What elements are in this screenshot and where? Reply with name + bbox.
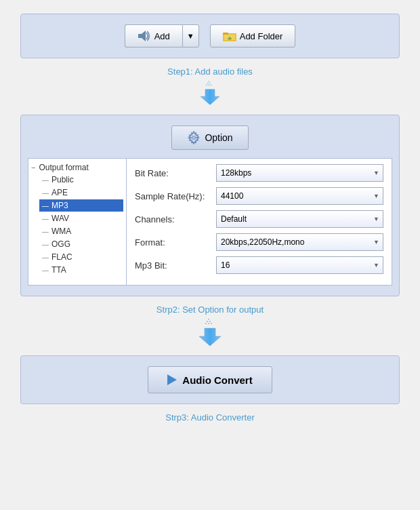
bit-rate-row: Bit Rate: 128kbps 64kbps 96kbps 192kbps …: [135, 164, 383, 182]
step1-label: Step1: Add audio files: [20, 66, 400, 77]
folder-icon: [223, 31, 236, 41]
tree-ape-label: APE: [51, 188, 68, 197]
svg-rect-10: [206, 85, 207, 86]
channels-row: Channels: Default Mono Stereo: [135, 210, 383, 228]
add-label: Add: [154, 31, 170, 41]
settings-panel: Bit Rate: 128kbps 64kbps 96kbps 192kbps …: [127, 159, 392, 285]
tree-wav-label: WAV: [51, 214, 69, 223]
svg-rect-11: [208, 85, 209, 86]
svg-rect-18: [209, 321, 211, 322]
convert-button[interactable]: Audio Convert: [148, 366, 272, 393]
mp3bit-select-wrapper: 16 8 24 32: [216, 256, 383, 274]
option-section: Option − Output format Public APE MP3: [20, 115, 400, 296]
add-files-section: Add ▼ Add Folder: [20, 14, 400, 58]
svg-rect-0: [138, 34, 142, 38]
svg-rect-17: [207, 321, 208, 322]
svg-rect-20: [208, 323, 209, 324]
tree-root: − Output format: [31, 163, 123, 172]
svg-marker-13: [201, 90, 219, 105]
tree-ogg-label: OGG: [51, 239, 70, 249]
svg-rect-8: [207, 83, 209, 84]
bit-rate-label: Bit Rate:: [135, 168, 216, 178]
tree-children: Public APE MP3 WAV WMA OGG FLAC: [39, 174, 123, 276]
dropdown-arrow-icon: ▼: [187, 32, 194, 40]
format-row: Format: 20kbps,22050Hz,mono 128kbps,4410…: [135, 233, 383, 251]
option-label: Option: [205, 132, 232, 143]
sample-rate-label: Sample Rate(Hz):: [135, 191, 216, 201]
sample-rate-row: Sample Rate(Hz): 44100 8000 11025 22050 …: [135, 187, 383, 205]
minus-icon: −: [31, 163, 35, 172]
mp3bit-select[interactable]: 16 8 24 32: [216, 256, 383, 274]
sample-rate-select-wrapper: 44100 8000 11025 22050 48000: [216, 187, 383, 205]
tree-item-tta[interactable]: TTA: [39, 264, 123, 276]
svg-rect-16: [208, 319, 209, 320]
svg-rect-19: [205, 323, 207, 324]
add-dropdown-button[interactable]: ▼: [182, 24, 199, 47]
mp3bit-label: Mp3 Bit:: [135, 260, 216, 271]
step3-label: Strp3: Audio Converter: [20, 412, 400, 423]
svg-rect-21: [211, 323, 212, 324]
tree-item-wma[interactable]: WMA: [39, 225, 123, 237]
tree-item-ape[interactable]: APE: [39, 187, 123, 199]
tree-flac-label: FLAC: [51, 252, 72, 262]
tree-root-label: Output format: [39, 163, 88, 172]
convert-section: Audio Convert: [20, 355, 400, 404]
svg-rect-9: [209, 83, 211, 84]
bit-rate-select-wrapper: 128kbps 64kbps 96kbps 192kbps 256kbps 32…: [216, 164, 383, 182]
add-buttons-container: Add ▼ Add Folder: [31, 24, 389, 47]
svg-point-15: [192, 136, 196, 140]
add-folder-button[interactable]: Add Folder: [210, 24, 296, 47]
tree-item-public[interactable]: Public: [39, 174, 123, 186]
step2-label: Strp2: Set Option for output: [20, 305, 400, 315]
svg-marker-22: [199, 328, 221, 346]
format-select-wrapper: 20kbps,22050Hz,mono 128kbps,44100Hz,ster…: [216, 233, 383, 251]
option-body: − Output format Public APE MP3 WAV WMA: [28, 158, 392, 286]
tree-wma-label: WMA: [51, 227, 71, 236]
option-button[interactable]: Option: [171, 125, 248, 150]
arrow1-down-icon: [201, 81, 219, 105]
svg-rect-3: [223, 33, 228, 35]
arrow2-down-icon: [199, 319, 221, 346]
format-label: Format:: [135, 237, 216, 248]
gear-icon: [187, 131, 201, 144]
mp3bit-row: Mp3 Bit: 16 8 24 32: [135, 256, 383, 274]
tree-item-flac[interactable]: FLAC: [39, 251, 123, 263]
arrow1-container: [20, 81, 400, 105]
channels-select-wrapper: Default Mono Stereo: [216, 210, 383, 228]
svg-rect-7: [208, 81, 209, 83]
convert-label: Audio Convert: [182, 374, 252, 386]
add-folder-label: Add Folder: [240, 31, 283, 41]
tree-item-wav[interactable]: WAV: [39, 212, 123, 224]
svg-rect-6: [228, 38, 232, 39]
sample-rate-select[interactable]: 44100 8000 11025 22050 48000: [216, 187, 383, 205]
tree-tta-label: TTA: [51, 265, 66, 275]
channels-select[interactable]: Default Mono Stereo: [216, 210, 383, 228]
option-header: Option: [28, 125, 392, 150]
bit-rate-select[interactable]: 128kbps 64kbps 96kbps 192kbps 256kbps 32…: [216, 164, 383, 182]
speaker-icon: [138, 30, 151, 42]
tree-mp3-label: MP3: [51, 201, 68, 210]
svg-marker-1: [142, 31, 146, 41]
format-select[interactable]: 20kbps,22050Hz,mono 128kbps,44100Hz,ster…: [216, 233, 383, 251]
tree-item-mp3[interactable]: MP3: [39, 199, 123, 212]
arrow2-container: [20, 319, 400, 346]
add-button[interactable]: Add: [125, 24, 182, 47]
play-icon: [167, 374, 177, 385]
svg-rect-12: [211, 85, 212, 86]
channels-label: Channels:: [135, 214, 216, 224]
convert-button-wrapper: Audio Convert: [31, 366, 389, 393]
tree-panel: − Output format Public APE MP3 WAV WMA: [28, 159, 127, 285]
tree-item-ogg[interactable]: OGG: [39, 238, 123, 250]
tree-public-label: Public: [51, 175, 74, 184]
